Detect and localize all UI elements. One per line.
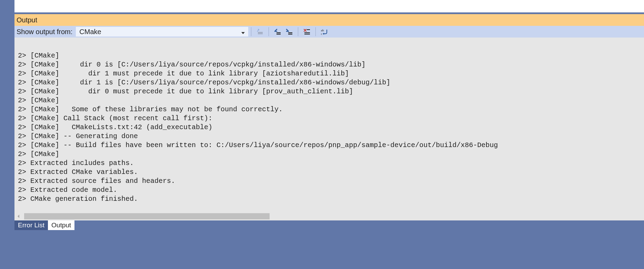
toggle-word-wrap-icon[interactable]: ab c [319,27,330,37]
editor-area-placeholder [14,0,644,12]
svg-rect-6 [307,29,310,30]
svg-rect-3 [276,34,281,34]
log-line: 2> [CMake] CMakeLists.txt:42 (add_execut… [18,123,641,132]
log-line: 2> [CMake] [18,150,641,159]
svg-rect-1 [258,33,263,34]
log-line: 2> [CMake] [18,51,641,60]
scroll-left-arrow-icon[interactable] [14,212,23,220]
frame-gutter [0,230,644,269]
log-line: 2> [CMake] Call Stack (most recent call … [18,114,641,123]
log-line: 2> Extracted includes paths. [18,159,641,168]
log-line: 2> [CMake] dir 1 must precede it due to … [18,69,641,78]
toolbar-separator [315,27,316,36]
svg-rect-7 [304,32,310,33]
svg-rect-2 [276,32,281,33]
log-line: 2> CMake generation finished. [18,195,641,204]
output-panel-title: Output [17,16,37,24]
horizontal-scrollbar[interactable] [14,212,644,220]
tab-output[interactable]: Output [48,220,74,230]
tool-window-tabs: Error List Output [14,220,644,230]
output-source-selected: CMake [79,28,101,36]
log-line: 2> Extracted source files and headers. [18,177,641,186]
show-output-from-label: Show output from: [17,28,76,36]
log-line: 2> [CMake] -- Generating done [18,132,641,141]
svg-text:c: c [321,32,322,35]
svg-rect-0 [258,32,263,33]
outer-frame: Output Show output from: CMake ab [0,0,644,269]
svg-text:ab: ab [321,29,324,32]
scrollbar-thumb[interactable] [24,213,270,219]
output-panel-title-bar[interactable]: Output [14,14,644,26]
previous-message-icon[interactable] [272,27,283,37]
log-line: 2> [CMake] dir 1 is [C:/Users/liya/sourc… [18,78,641,87]
log-line: 2> [CMake] Some of these libraries may n… [18,105,641,114]
log-line: 2> [CMake] [18,96,641,105]
output-source-select[interactable]: CMake [76,27,248,37]
log-line: 2> [CMake] -- Build files have been writ… [18,141,641,150]
output-toolbar: Show output from: CMake ab [14,26,644,38]
output-log-area[interactable]: 2> [CMake] 2> [CMake] dir 0 is [C:/Users… [14,38,644,212]
toolbar-separator [251,27,251,36]
toolbar-separator [269,27,269,36]
clear-all-icon[interactable] [301,27,313,37]
log-line: 2> [CMake] dir 0 is [C:/Users/liya/sourc… [18,60,641,69]
tab-error-list[interactable]: Error List [14,220,48,230]
svg-rect-4 [288,32,292,33]
svg-rect-5 [288,34,292,34]
log-line: 2> Extracted CMake variables. [18,168,641,177]
svg-rect-8 [304,34,310,34]
log-line: 2> [CMake] dir 0 must precede it due to … [18,87,641,96]
next-message-icon[interactable] [283,27,295,37]
chevron-down-icon [241,28,245,36]
go-to-code-icon[interactable] [254,27,266,37]
log-line: 2> Extracted code model. [18,186,641,195]
toolbar-separator [298,27,298,36]
